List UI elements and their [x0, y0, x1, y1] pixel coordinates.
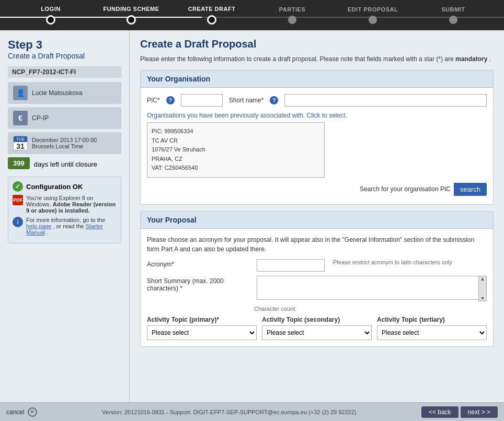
page-title: Create a Draft Proposal [140, 38, 494, 50]
nav-step-dot-create-draft [207, 15, 216, 25]
cancel-x-icon[interactable]: ✕ [28, 407, 37, 417]
config-item-info: i For more information, go to the help p… [13, 217, 117, 236]
user-name: Lucie Matouskova [32, 89, 83, 97]
organisation-section: Your Organisation PIC* ? Short name* ? O… [140, 70, 494, 205]
nav-step-label-parties: PARTIES [279, 6, 305, 13]
config-title-text: Configuration OK [26, 183, 83, 191]
step-subtitle: Create a Draft Proposal [8, 52, 121, 60]
org-pic: PIC: 999506334 [152, 127, 320, 136]
nav-step-label-funding: FUNDING SCHEME [103, 6, 159, 12]
activity-secondary-col: Activity Topic (secondary) Please select [262, 316, 372, 340]
search-label: Search for your organisation PIC [360, 185, 451, 193]
euro-icon: € [13, 111, 28, 125]
user-item: 👤 Lucie Matouskova [8, 82, 121, 104]
cancel-row: cancel ✕ [6, 407, 37, 417]
activity-tertiary-select[interactable]: Please select [377, 325, 487, 340]
acronym-label: Acronym* [147, 259, 251, 268]
nav-line [0, 17, 504, 18]
activity-tertiary-label: Activity Topic (tertiary) [377, 316, 487, 323]
cal-day: 31 [14, 142, 27, 150]
summary-textarea[interactable] [257, 276, 487, 300]
organisation-section-header: Your Organisation [141, 71, 493, 88]
date-line2: Brussels Local Time [32, 143, 97, 149]
summary-row: Short Summary (max. 2000 characters) * ▲… [147, 276, 487, 301]
next-button[interactable]: next > > [461, 406, 498, 418]
proposal-section-body: Please choose an acronym for your propos… [141, 229, 493, 346]
nav-step-parties[interactable]: PARTIES [252, 6, 333, 24]
project-id: NCP_FP7-2012-ICT-FI [8, 66, 121, 78]
char-count-label: Character count: [254, 306, 487, 312]
check-circle-icon: ✓ [13, 181, 23, 192]
activity-primary-label: Activity Topic (primary)* [147, 316, 257, 323]
pdf-icon: PDF [13, 195, 23, 205]
cal-header: TUE [14, 136, 27, 142]
bottom-bar: cancel ✕ Version: 20121016-0831 - Suppor… [0, 402, 504, 421]
org-name: TC AV CR [152, 136, 320, 146]
acronym-hint: Please restrict acronym to latin charact… [333, 259, 452, 265]
nav-step-login[interactable]: LOGIN [10, 6, 91, 25]
config-section: ✓ Configuration OK PDF You're using Expl… [8, 177, 121, 243]
config-message2: For more information, go to the help pag… [26, 217, 117, 236]
config-title: ✓ Configuration OK [13, 181, 117, 192]
activity-secondary-label: Activity Topic (secondary) [262, 316, 372, 323]
summary-textarea-wrap: ▲ ▼ [257, 276, 487, 301]
date-text: December 2013 17:00:00 Brussels Local Ti… [32, 137, 97, 149]
scheme-label: CP-IP [32, 114, 49, 122]
countdown-label: days left until closure [34, 160, 97, 168]
activity-primary-select[interactable]: Please select [147, 325, 257, 340]
activity-secondary-select[interactable]: Please select [262, 325, 372, 340]
acronym-row: Acronym* Please restrict acronym to lati… [147, 259, 487, 272]
nav-step-dot-parties [288, 16, 296, 24]
short-name-help-icon[interactable]: ? [270, 96, 278, 104]
scheme-item: € CP-IP [8, 107, 121, 129]
nav-step-label-submit: SUBMIT [441, 6, 465, 13]
proposal-desc: Please choose an acronym for your propos… [147, 235, 487, 254]
step-title: Step 3 [8, 38, 121, 52]
search-button[interactable]: search [454, 183, 487, 196]
activity-primary-col: Activity Topic (primary)* Please select [147, 316, 257, 340]
nav-step-edit-proposal[interactable]: EDIT PROPOSAL [333, 6, 413, 24]
top-navigation: LOGIN FUNDING SCHEME CREATE DRAFT PARTIE… [0, 0, 504, 30]
org-box[interactable]: PIC: 999506334 TC AV CR 1076/27 Ve Struh… [147, 122, 325, 178]
prev-assoc-text: Organisations you have been previously a… [147, 112, 487, 119]
nav-step-dot-submit [449, 16, 457, 24]
nav-line-filled [0, 17, 202, 18]
summary-label: Short Summary (max. 2000 characters) * [147, 276, 251, 292]
help-page-link[interactable]: help page [26, 223, 51, 229]
proposal-section-header: Your Proposal [141, 212, 493, 229]
nav-step-dot-edit-proposal [369, 16, 377, 24]
nav-step-submit[interactable]: SUBMIT [413, 6, 494, 24]
scroll-down-arrow[interactable]: ▼ [480, 296, 485, 301]
acronym-input[interactable] [257, 259, 325, 272]
pic-input[interactable] [181, 94, 223, 107]
date-line1: December 2013 17:00:00 [32, 137, 97, 143]
short-name-label: Short name* [229, 97, 264, 104]
pic-help-icon[interactable]: ? [166, 96, 175, 104]
org-address: 1076/27 Ve Struhach [152, 145, 320, 155]
short-name-input[interactable] [284, 94, 487, 107]
main-content: Create a Draft Proposal Please enter the… [130, 30, 504, 402]
proposal-section: Your Proposal Please choose an acronym f… [140, 211, 494, 347]
intro-text: Please enter the following information t… [140, 54, 494, 64]
organisation-section-body: PIC* ? Short name* ? Organisations you h… [141, 88, 493, 204]
nav-step-label-create-draft: CREATE DRAFT [188, 6, 236, 12]
nav-steps: LOGIN FUNDING SCHEME CREATE DRAFT PARTIE… [10, 6, 494, 25]
back-button[interactable]: << back [421, 406, 459, 418]
info-icon: i [13, 217, 23, 227]
user-icon: 👤 [13, 86, 28, 100]
calendar-icon: TUE 31 [13, 136, 28, 150]
nav-buttons: << back next > > [421, 406, 498, 418]
scroll-up-arrow[interactable]: ▲ [480, 276, 485, 282]
countdown-badge: 399 [8, 157, 30, 169]
scrollbar[interactable]: ▲ ▼ [478, 276, 487, 301]
config-item-pdf: PDF You're using Explorer 8 on Windows. … [13, 195, 117, 214]
nav-step-create-draft[interactable]: CREATE DRAFT [171, 6, 252, 25]
nav-step-dot-funding [127, 15, 136, 25]
config-message1: You're using Explorer 8 on Windows. Adob… [26, 195, 117, 214]
nav-step-funding[interactable]: FUNDING SCHEME [91, 6, 171, 25]
activity-tertiary-col: Activity Topic (tertiary) Please select [377, 316, 487, 340]
org-vat: VAT: CZ60456540 [152, 163, 320, 173]
nav-step-dot-login [46, 15, 55, 25]
cancel-label[interactable]: cancel [6, 408, 25, 416]
nav-step-label-edit-proposal: EDIT PROPOSAL [348, 6, 398, 13]
